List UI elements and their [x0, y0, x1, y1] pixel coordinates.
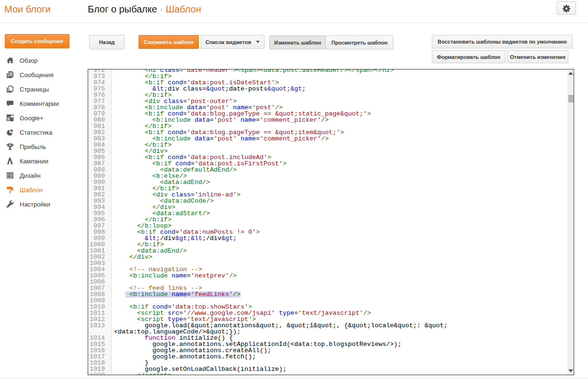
svg-text:g: g [7, 114, 11, 121]
